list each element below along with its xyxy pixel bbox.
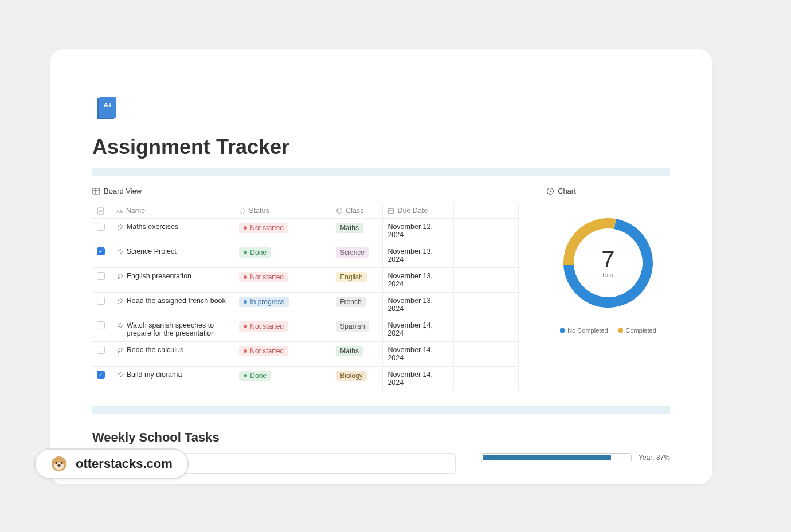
text-icon: Aa (116, 207, 123, 214)
callout-divider (92, 168, 670, 176)
table-row[interactable]: English presentation Not started English… (92, 268, 519, 293)
class-pill: Maths (336, 223, 363, 233)
assignments-table: Aa Name Status (92, 203, 519, 391)
row-due-date: November 14, 2024 (383, 367, 454, 391)
row-due-date: November 14, 2024 (383, 342, 454, 367)
year-progress: Year: 87% (481, 453, 670, 462)
page-title: Assignment Tracker (92, 135, 670, 159)
svg-rect-3 (93, 188, 100, 194)
row-due-date: November 13, 2024 (383, 268, 454, 293)
status-pill: Not started (239, 272, 288, 282)
table-icon (92, 187, 100, 195)
row-checkbox[interactable] (97, 247, 105, 255)
table-row[interactable]: Science Project Done Science November 13… (92, 243, 519, 268)
row-due-date: November 12, 2024 (383, 219, 454, 243)
row-due-date: November 13, 2024 (383, 243, 454, 268)
donut-total-value: 7 (601, 247, 614, 271)
weekly-section-title: Weekly School Tasks (92, 430, 670, 445)
status-pill: Done (239, 371, 271, 381)
status-pill: Not started (239, 346, 288, 356)
donut-chart: 7 Total No CompletedCompleted (546, 209, 670, 334)
col-header-class[interactable]: Class (331, 203, 383, 219)
col-header-status[interactable]: Status (234, 203, 331, 219)
table-row[interactable]: Maths exercises Not started Maths Novemb… (92, 219, 519, 243)
row-due-date: November 13, 2024 (383, 293, 454, 317)
callout-divider (92, 406, 670, 414)
table-row[interactable]: Watch spanish speeches to prepare for th… (92, 317, 519, 342)
svg-text:A+: A+ (104, 101, 112, 108)
row-checkbox[interactable] (97, 346, 105, 354)
pin-icon (116, 322, 123, 329)
status-pill: Not started (239, 223, 288, 233)
progress-bar (481, 453, 632, 462)
class-pill: Biology (336, 371, 366, 381)
clock-icon (546, 187, 554, 195)
col-header-due[interactable]: Due Date (383, 203, 454, 219)
chart-tab[interactable]: Chart (546, 187, 670, 195)
col-header-extra (454, 203, 519, 219)
class-pill: French (336, 297, 365, 307)
progress-fill (483, 455, 611, 460)
col-due-label: Due Date (397, 207, 428, 215)
table-row[interactable]: Build my diorama Done Biology November 1… (92, 367, 519, 391)
row-name: Redo the calculus (127, 346, 183, 354)
row-checkbox[interactable] (97, 371, 105, 379)
table-row[interactable]: Read the assigned french book In progres… (92, 293, 519, 317)
col-header-check[interactable] (92, 203, 112, 219)
donut-total-label: Total (601, 271, 614, 278)
row-checkbox[interactable] (97, 272, 105, 280)
row-name: Maths exercises (127, 223, 178, 231)
status-pill: Not started (239, 321, 288, 332)
svg-rect-6 (97, 208, 104, 214)
status-pill: In progress (239, 297, 289, 307)
watermark-text: otterstacks.com (76, 456, 173, 471)
class-pill: Spanish (336, 321, 369, 332)
col-header-name[interactable]: Aa Name (112, 203, 234, 219)
row-checkbox[interactable] (97, 321, 105, 329)
row-name: Read the assigned french book (127, 297, 226, 305)
board-view-label: Board View (104, 187, 142, 195)
row-name: Science Project (127, 247, 177, 255)
class-pill: English (336, 272, 366, 282)
pin-icon (116, 372, 123, 379)
status-pill: Done (239, 247, 271, 258)
svg-point-8 (240, 208, 245, 214)
row-name: Build my diorama (127, 371, 182, 379)
svg-point-16 (61, 462, 63, 464)
chart-label: Chart (558, 187, 576, 195)
col-status-label: Status (249, 207, 269, 215)
class-pill: Maths (336, 346, 363, 356)
svg-point-9 (337, 208, 342, 214)
pin-icon (116, 224, 123, 231)
class-pill: Science (336, 247, 369, 258)
row-name: English presentation (127, 272, 191, 280)
table-row[interactable]: Redo the calculus Not started Maths Nove… (92, 342, 519, 367)
row-checkbox[interactable] (97, 223, 105, 231)
select-icon (336, 207, 343, 214)
calendar-icon (387, 207, 394, 214)
watermark-badge[interactable]: otterstacks.com (34, 448, 189, 479)
pin-icon (116, 347, 123, 354)
row-name: Watch spanish speeches to prepare for th… (127, 321, 230, 337)
pin-icon (116, 298, 123, 305)
svg-point-15 (55, 462, 57, 464)
legend-item: Completed (618, 327, 656, 334)
row-due-date: November 14, 2024 (383, 317, 454, 342)
pin-icon (116, 249, 123, 255)
col-class-label: Class (346, 207, 363, 215)
legend-item: No Completed (560, 327, 608, 334)
status-icon (239, 207, 246, 214)
page-card: A+ Assignment Tracker Board View (50, 49, 712, 484)
col-name-label: Name (126, 207, 145, 215)
board-view-tab[interactable]: Board View (92, 187, 519, 195)
svg-rect-10 (389, 209, 394, 214)
svg-text:Aa: Aa (116, 208, 123, 214)
otter-logo-icon (50, 455, 68, 472)
year-progress-label: Year: 87% (639, 454, 670, 462)
pin-icon (116, 273, 123, 280)
row-checkbox[interactable] (97, 297, 105, 305)
checkbox-header-icon (97, 207, 104, 215)
svg-point-17 (57, 464, 61, 467)
page-icon-assignment: A+ (92, 95, 120, 123)
